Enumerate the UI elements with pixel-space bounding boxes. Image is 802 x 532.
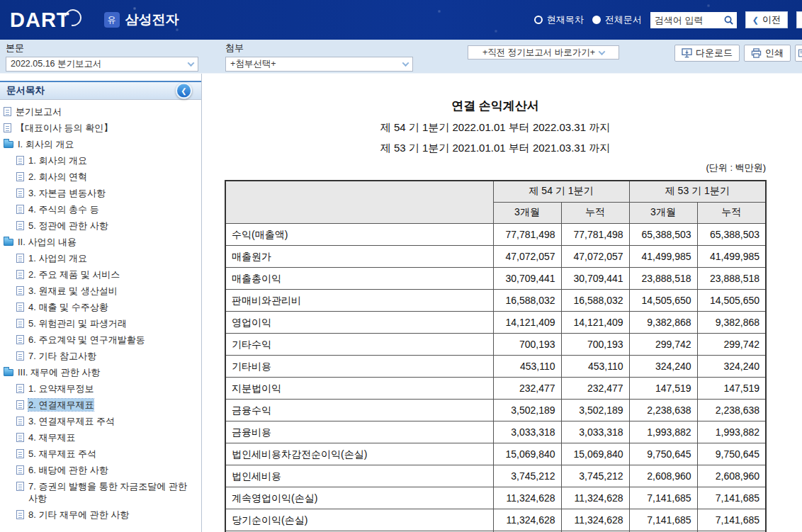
tree-item[interactable]: 2. 회사의 연혁 <box>0 169 200 185</box>
company-type-badge: 유 <box>104 12 120 28</box>
report-select[interactable]: 2022.05.16 분기보고서 <box>6 57 198 72</box>
row-value: 9,382,868 <box>629 311 697 333</box>
tree-item[interactable]: 1. 회사의 개요 <box>0 152 200 169</box>
company-block: 유 삼성전자 <box>104 11 179 29</box>
folder-icon <box>4 141 13 148</box>
recent-report-shortcut-select[interactable]: +직전 정기보고서 바로가기+ <box>468 45 619 60</box>
tree-item[interactable]: 5. 정관에 관한 사항 <box>0 217 200 234</box>
attachment-select[interactable]: +첨부선택+ <box>225 57 413 72</box>
tree-item-label: 4. 매출 및 수주상황 <box>28 301 108 313</box>
table-row: 지분법이익232,477232,477147,519147,519 <box>225 377 766 399</box>
tree-item[interactable]: 분기보고서 <box>0 103 200 120</box>
table-row: 판매비와관리비16,588,03216,588,03214,505,65014,… <box>225 289 766 311</box>
radio-all-documents[interactable]: 전체문서 <box>592 13 642 26</box>
tree-item[interactable]: 4. 매출 및 수주상황 <box>0 299 200 315</box>
tree-item[interactable]: 3. 자본금 변동사항 <box>0 185 200 201</box>
row-value: 11,324,628 <box>561 509 629 531</box>
table-row: 기타수익700,193700,193299,742299,742 <box>225 333 766 355</box>
tree-item[interactable]: 【대표이사 등의 확인】 <box>0 120 200 136</box>
tree-item[interactable]: 4. 재무제표 <box>0 429 200 446</box>
tree-item-label: 6. 주요계약 및 연구개발활동 <box>28 334 145 346</box>
tree-item[interactable]: 6. 주요계약 및 연구개발활동 <box>0 332 200 348</box>
chevron-left-icon: ❮ <box>752 16 759 25</box>
tree-item-label: II. 사업의 내용 <box>18 236 77 248</box>
row-value: 3,033,318 <box>493 421 561 443</box>
doc-icon <box>16 254 24 263</box>
doc-icon <box>16 270 24 279</box>
tree-item[interactable]: 1. 요약재무정보 <box>0 380 200 397</box>
doc-icon <box>16 319 24 328</box>
row-value: 14,121,409 <box>561 311 629 333</box>
radio-circle-checked-icon <box>592 16 601 24</box>
previous-button[interactable]: ❮ 이전 <box>745 11 788 28</box>
tree-item-label: 5. 위험관리 및 파생거래 <box>28 317 127 329</box>
tree-item-label: 8. 기타 재무에 관한 사항 <box>28 509 129 521</box>
row-value: 47,072,057 <box>561 245 629 267</box>
radio-current-toc[interactable]: 현재목차 <box>534 13 584 26</box>
radio-label: 현재목차 <box>547 13 584 26</box>
dart-logo[interactable]: DART <box>10 9 80 32</box>
doc-icon <box>4 107 11 116</box>
row-value: 147,519 <box>697 377 766 399</box>
income-statement-document: 연결 손익계산서 제 54 기 1분기 2022.01.01 부터 2022.0… <box>225 98 766 532</box>
tree-item[interactable]: III. 재무에 관한 사항 <box>0 364 200 380</box>
income-table-body: 수익(매출액)77,781,49877,781,49865,388,50365,… <box>225 223 766 531</box>
row-value: 3,033,318 <box>561 421 629 443</box>
search-input[interactable] <box>655 15 723 26</box>
print-button-label: 인쇄 <box>765 47 784 60</box>
download-button[interactable]: 다운로드 <box>674 45 740 62</box>
tree-item[interactable]: 7. 기타 참고사항 <box>0 348 200 364</box>
statement-title: 연결 손익계산서 <box>225 98 766 114</box>
row-value: 453,110 <box>493 355 561 377</box>
row-value: 1,993,882 <box>697 421 766 443</box>
radio-label: 전체문서 <box>605 13 642 26</box>
search-icon[interactable] <box>723 15 734 26</box>
tree-item[interactable]: 6. 배당에 관한 사항 <box>0 462 200 478</box>
next-button-partial[interactable] <box>796 11 802 28</box>
print-button[interactable]: 인쇄 <box>744 45 791 62</box>
tree-item-label: 4. 재무제표 <box>28 431 75 443</box>
tree-item-label: 1. 사업의 개요 <box>28 252 87 264</box>
tree-item[interactable]: 7. 증권의 발행을 통한 자금조달에 관한 사항 <box>0 478 200 506</box>
table-header-row: 제 54 기 1분기 제 53 기 1분기 <box>225 181 766 202</box>
tree-item[interactable]: II. 사업의 내용 <box>0 234 200 250</box>
document-viewer: 연결 손익계산서 제 54 기 1분기 2022.01.01 부터 2022.0… <box>202 74 802 532</box>
printer-icon <box>751 48 762 58</box>
doc-icon <box>16 433 24 442</box>
row-value: 41,499,985 <box>697 245 766 267</box>
body-field-label: 본문 <box>6 42 198 55</box>
toolbar-edge-button-partial[interactable] <box>795 45 802 62</box>
row-value: 47,072,057 <box>493 245 561 267</box>
period-line-2: 제 53 기 1분기 2021.01.01 부터 2021.03.31 까지 <box>225 142 766 155</box>
toc-title: 문서목차 <box>6 84 45 97</box>
tree-item[interactable]: 4. 주식의 총수 등 <box>0 201 200 217</box>
tree-item-label: 【대표이사 등의 확인】 <box>16 122 113 134</box>
row-value: 11,324,628 <box>493 509 561 531</box>
row-value: 3,745,212 <box>493 465 561 487</box>
row-value: 11,324,628 <box>493 487 561 509</box>
row-value: 23,888,518 <box>629 267 697 289</box>
sub-header: 누적 <box>561 202 629 223</box>
tree-item[interactable]: 3. 연결재무제표 주석 <box>0 413 200 429</box>
row-label: 법인세비용 <box>225 465 493 487</box>
tree-item[interactable]: 1. 사업의 개요 <box>0 250 200 266</box>
row-value: 9,382,868 <box>697 311 766 333</box>
row-value: 2,608,960 <box>629 465 697 487</box>
download-monitor-icon <box>682 48 692 58</box>
table-row: 수익(매출액)77,781,49877,781,49865,388,50365,… <box>225 223 766 245</box>
tree-item-label: 2. 회사의 연혁 <box>28 171 87 183</box>
table-row: 법인세비용3,745,2123,745,2122,608,9602,608,96… <box>225 465 766 487</box>
tree-item[interactable]: I. 회사의 개요 <box>0 136 200 152</box>
tree-item[interactable]: 2. 주요 제품 및 서비스 <box>0 266 200 283</box>
doc-icon <box>16 302 24 312</box>
tree-item[interactable]: 2. 연결재무제표 <box>0 397 200 413</box>
tree-item[interactable]: 8. 기타 재무에 관한 사항 <box>0 506 200 523</box>
doc-icon <box>16 221 24 230</box>
doc-icon <box>16 335 24 344</box>
row-value: 700,193 <box>561 333 629 355</box>
tree-item[interactable]: 5. 위험관리 및 파생거래 <box>0 315 200 332</box>
row-label: 법인세비용차감전순이익(손실) <box>225 443 493 465</box>
sidebar-collapse-button[interactable]: ❮ <box>176 83 192 99</box>
tree-item[interactable]: 5. 재무제표 주석 <box>0 446 200 462</box>
tree-item[interactable]: 3. 원재료 및 생산설비 <box>0 283 200 299</box>
